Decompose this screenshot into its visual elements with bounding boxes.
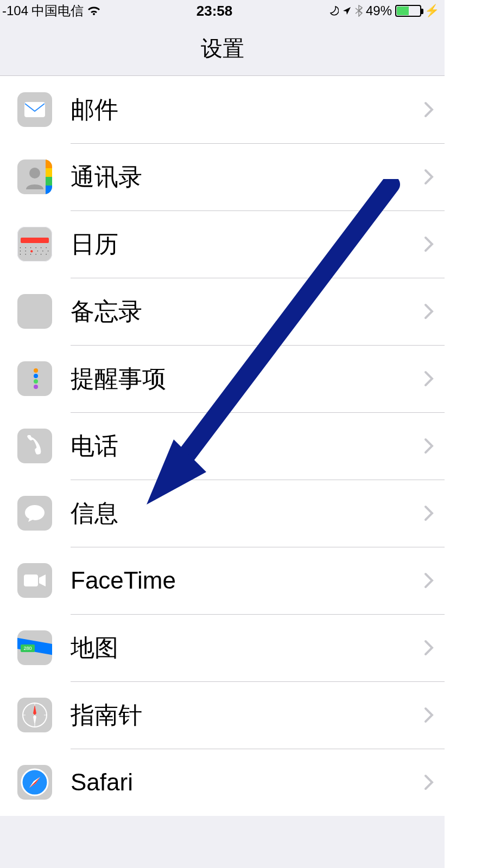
chevron-right-icon: [424, 169, 434, 185]
row-notes[interactable]: 备忘录: [0, 278, 445, 345]
chevron-right-icon: [424, 236, 434, 252]
row-calendar[interactable]: · · · · · ·· · ● · · ·· · · · · · 日历: [0, 210, 445, 278]
facetime-icon: [17, 563, 52, 598]
row-phone[interactable]: 电话: [0, 412, 445, 480]
row-facetime[interactable]: FaceTime: [0, 547, 445, 614]
phone-icon: [17, 429, 52, 463]
row-label: 地图: [71, 632, 424, 664]
chevron-right-icon: [424, 572, 434, 589]
row-label: 电话: [71, 430, 424, 462]
row-label: Safari: [71, 769, 424, 796]
row-messages[interactable]: 信息: [0, 480, 445, 547]
row-reminders[interactable]: 提醒事项: [0, 345, 445, 412]
mail-icon: [17, 92, 52, 127]
row-label: 日历: [71, 228, 424, 260]
calendar-icon: · · · · · ·· · ● · · ·· · · · · ·: [17, 227, 52, 261]
messages-icon: [17, 496, 52, 531]
safari-icon: [17, 765, 52, 800]
signal-strength: -104: [2, 3, 28, 18]
chevron-right-icon: [424, 707, 434, 723]
nav-bar: 设置: [0, 22, 445, 76]
reminders-icon: [17, 361, 52, 396]
row-label: FaceTime: [71, 567, 424, 594]
charging-icon: ⚡: [424, 4, 439, 18]
row-contacts[interactable]: 通讯录: [0, 143, 445, 210]
chevron-right-icon: [424, 640, 434, 656]
row-label: 通讯录: [71, 161, 424, 193]
notes-icon: [17, 294, 52, 329]
status-bar: -104 中国电信 23:58 49% ⚡: [0, 0, 445, 22]
chevron-right-icon: [424, 438, 434, 454]
row-label: 邮件: [71, 94, 424, 126]
wifi-icon: [87, 5, 101, 16]
chevron-right-icon: [424, 101, 434, 118]
svg-point-1: [29, 168, 40, 178]
row-maps[interactable]: 280 地图: [0, 614, 445, 681]
battery-icon: [395, 5, 421, 17]
chevron-right-icon: [424, 371, 434, 387]
row-compass[interactable]: 指南针: [0, 681, 445, 749]
clock: 23:58: [101, 3, 328, 20]
do-not-disturb-icon: [328, 5, 339, 16]
compass-icon: [17, 698, 52, 732]
chevron-right-icon: [424, 505, 434, 521]
row-mail[interactable]: 邮件: [0, 76, 445, 143]
battery-percent: 49%: [366, 3, 392, 18]
contacts-icon: [17, 159, 52, 194]
row-label: 信息: [71, 497, 424, 529]
row-label: 指南针: [71, 699, 424, 731]
location-icon: [342, 6, 352, 16]
svg-rect-2: [24, 575, 38, 586]
chevron-right-icon: [424, 774, 434, 790]
page-title: 设置: [201, 34, 244, 63]
svg-rect-0: [24, 102, 45, 117]
bluetooth-icon: [355, 5, 363, 17]
row-label: 备忘录: [71, 296, 424, 328]
chevron-right-icon: [424, 303, 434, 320]
maps-icon: 280: [17, 630, 52, 665]
row-safari[interactable]: Safari: [0, 749, 445, 816]
settings-list: 邮件 通讯录 · · · · · ·· · ● · · ·· · · · · ·…: [0, 76, 445, 816]
row-label: 提醒事项: [71, 363, 424, 395]
carrier-name: 中国电信: [31, 2, 84, 20]
